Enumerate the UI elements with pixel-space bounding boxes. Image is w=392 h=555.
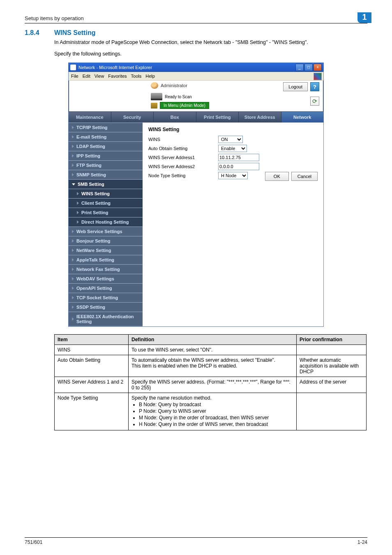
list-item: H Node: Query in the order of WINS serve…: [139, 421, 293, 427]
sidebar-item-ieee[interactable]: IEEE802.1X Authentication Setting: [69, 312, 143, 326]
list-item: P Node: Query to WINS server: [139, 408, 293, 414]
user-icon: [151, 82, 158, 89]
select-auto-obtain[interactable]: Enable: [218, 145, 247, 152]
cell-prior: [297, 393, 367, 430]
menu-view[interactable]: View: [95, 74, 104, 79]
refresh-button[interactable]: ⟳: [310, 97, 319, 106]
window-titlebar[interactable]: Network - Microsoft Internet Explorer _ …: [69, 63, 323, 72]
minimize-button[interactable]: _: [295, 64, 304, 71]
section-heading: 1.8.4 WINS Setting: [25, 29, 367, 37]
definitions-table: Item Definition Prior confirmation WINS …: [54, 334, 367, 430]
tab-security[interactable]: Security: [111, 112, 154, 123]
admin-header-row: Administrator Logout ?: [69, 81, 323, 91]
sidebar-item-tcpip[interactable]: TCP/IP Setting: [69, 123, 143, 132]
tab-maintenance[interactable]: Maintenance: [69, 112, 111, 123]
label-auto-obtain: Auto Obtain Setting: [148, 146, 218, 151]
label-wins: WINS: [148, 137, 218, 142]
label-node-type: Node Type Setting: [148, 173, 218, 178]
sidebar-item-netware[interactable]: NetWare Setting: [69, 245, 143, 255]
sidebar-item-ssdp[interactable]: SSDP Setting: [69, 302, 143, 312]
sidebar-item-appletalk[interactable]: AppleTalk Setting: [69, 255, 143, 264]
menu-tools[interactable]: Tools: [131, 74, 142, 79]
cell-prior: [297, 345, 367, 355]
cell-definition: To automatically obtain the WINS server …: [129, 355, 297, 377]
sidebar-item-network-fax[interactable]: Network Fax Setting: [69, 264, 143, 274]
intro-paragraph-2: Specify the following settings.: [54, 51, 367, 58]
sidebar-item-smb[interactable]: SMB Setting: [69, 179, 143, 189]
sidebar-item-email[interactable]: E-mail Setting: [69, 132, 143, 141]
definitions-table-wrapper: Item Definition Prior confirmation WINS …: [54, 334, 367, 430]
table-header-row: Item Definition Prior confirmation: [55, 335, 367, 345]
input-addr1[interactable]: [218, 154, 259, 161]
form-heading: WINS Setting: [148, 127, 318, 132]
ie-icon: [70, 65, 76, 70]
ok-button[interactable]: OK: [265, 172, 289, 181]
sidebar-item-direct-hosting[interactable]: Direct Hosting Setting: [69, 217, 143, 227]
cell-item: WINS: [55, 345, 129, 355]
form-row-addr1: WINS Server Address1: [148, 154, 318, 161]
tab-network[interactable]: Network: [281, 112, 324, 123]
page-footer: 751/601 1-24: [25, 537, 367, 545]
logout-button[interactable]: Logout: [283, 82, 308, 91]
tab-box[interactable]: Box: [154, 112, 196, 123]
sidebar-item-tcp-socket[interactable]: TCP Socket Setting: [69, 293, 143, 302]
sidebar-item-print[interactable]: Print Setting: [69, 208, 143, 217]
ie-menubar: File Edit View Favorites Tools Help: [69, 72, 323, 81]
window-controls: _ □ ×: [295, 64, 322, 71]
sidebar-item-webdav[interactable]: WebDAV Settings: [69, 274, 143, 283]
status-text: Ready to Scan: [165, 95, 192, 99]
close-button[interactable]: ×: [314, 64, 322, 71]
menu-file[interactable]: File: [71, 74, 78, 79]
cell-definition: Specify the WINS server address. (Format…: [129, 377, 297, 393]
section-number: 1.8.4: [25, 29, 46, 37]
page-header: Setup items by operation 1: [25, 12, 367, 23]
cell-definition: Specify the name resolution method. B No…: [129, 393, 297, 430]
select-wins[interactable]: ON: [218, 136, 243, 143]
content-pane: WINS Setting WINS ON Auto Obtain Setting…: [143, 123, 323, 326]
ie-window: Network - Microsoft Internet Explorer _ …: [68, 62, 324, 327]
sidebar: TCP/IP Setting E-mail Setting LDAP Setti…: [69, 123, 143, 326]
list-item: M Node: Query in the order of broadcast,…: [139, 415, 293, 421]
status-area: Ready to Scan In Menu (Admin Mode) ⟳: [69, 91, 323, 111]
cell-definition: To use the WINS server, select "ON".: [129, 345, 297, 355]
sidebar-item-bonjour[interactable]: Bonjour Setting: [69, 236, 143, 245]
sidebar-item-ftp[interactable]: FTP Setting: [69, 160, 143, 170]
tab-bar: Maintenance Security Box Print Setting S…: [69, 111, 323, 123]
form-row-auto-obtain: Auto Obtain Setting Enable: [148, 145, 318, 152]
help-button[interactable]: ?: [310, 82, 319, 91]
maximize-button[interactable]: □: [304, 64, 313, 71]
tab-print-setting[interactable]: Print Setting: [196, 112, 239, 123]
select-node-type[interactable]: H Node: [218, 172, 248, 179]
footer-right: 1-24: [357, 539, 367, 545]
sidebar-item-client[interactable]: Client Setting: [69, 198, 143, 208]
sidebar-item-web-service[interactable]: Web Service Settings: [69, 227, 143, 236]
label-addr1: WINS Server Address1: [148, 155, 218, 160]
table-row: Node Type Setting Specify the name resol…: [55, 393, 367, 430]
cell-prior: Address of the server: [297, 377, 367, 393]
sidebar-item-openapi[interactable]: OpenAPI Setting: [69, 283, 143, 293]
table-row: WINS Server Address 1 and 2 Specify the …: [55, 377, 367, 393]
header-buttons: Logout ?: [283, 82, 319, 91]
sidebar-item-snmp[interactable]: SNMP Setting: [69, 170, 143, 179]
form-row-addr2: WINS Server Address2: [148, 163, 318, 170]
sidebar-item-ipp[interactable]: IPP Setting: [69, 151, 143, 160]
page: Setup items by operation 1 1.8.4 WINS Se…: [0, 0, 392, 555]
printer-icon: [151, 93, 162, 100]
menu-edit[interactable]: Edit: [83, 74, 90, 79]
menu-help[interactable]: Help: [145, 74, 155, 79]
tab-store-address[interactable]: Store Address: [239, 112, 281, 123]
cell-item: Auto Obtain Setting: [55, 355, 129, 377]
cancel-button[interactable]: Cancel: [291, 172, 318, 181]
folder-icon: [151, 103, 157, 109]
menu-favorites[interactable]: Favorites: [108, 74, 127, 79]
administrator-label: Administrator: [161, 83, 187, 88]
form-button-row: OK Cancel: [265, 172, 318, 181]
input-addr2[interactable]: [218, 163, 259, 170]
table-row: WINS To use the WINS server, select "ON"…: [55, 345, 367, 355]
sidebar-item-wins[interactable]: WINS Setting: [69, 189, 143, 198]
sidebar-item-ldap[interactable]: LDAP Setting: [69, 141, 143, 151]
window-title: Network - Microsoft Internet Explorer: [78, 65, 295, 70]
section-title: WINS Setting: [54, 29, 95, 37]
cell-item: Node Type Setting: [55, 393, 129, 430]
form-row-wins: WINS ON: [148, 136, 318, 143]
